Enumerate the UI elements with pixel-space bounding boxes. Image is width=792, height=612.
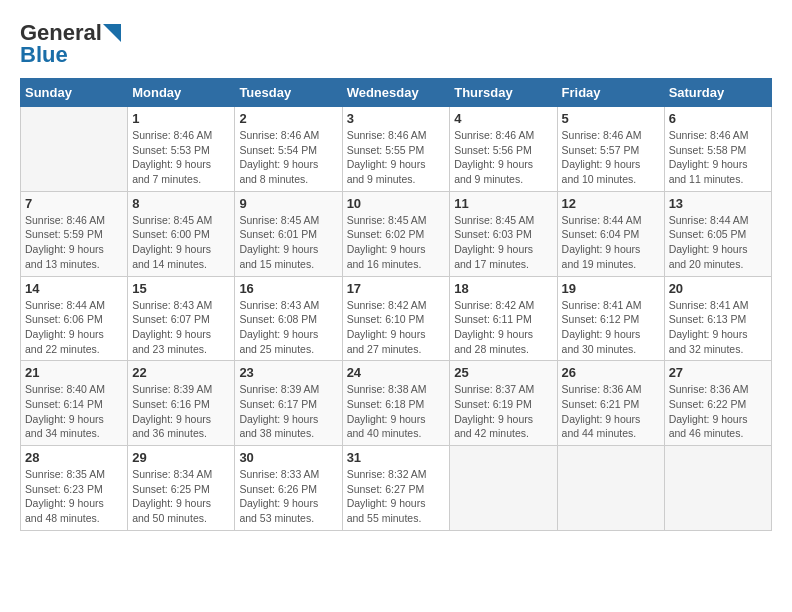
calendar-cell: 24Sunrise: 8:38 AM Sunset: 6:18 PM Dayli… — [342, 361, 450, 446]
day-number: 27 — [669, 365, 767, 380]
day-info: Sunrise: 8:46 AM Sunset: 5:58 PM Dayligh… — [669, 128, 767, 187]
day-info: Sunrise: 8:41 AM Sunset: 6:12 PM Dayligh… — [562, 298, 660, 357]
calendar-cell — [21, 107, 128, 192]
day-number: 9 — [239, 196, 337, 211]
day-number: 7 — [25, 196, 123, 211]
calendar-cell — [450, 446, 557, 531]
day-info: Sunrise: 8:36 AM Sunset: 6:22 PM Dayligh… — [669, 382, 767, 441]
calendar-cell: 27Sunrise: 8:36 AM Sunset: 6:22 PM Dayli… — [664, 361, 771, 446]
day-info: Sunrise: 8:46 AM Sunset: 5:56 PM Dayligh… — [454, 128, 552, 187]
svg-marker-0 — [103, 24, 121, 42]
day-number: 23 — [239, 365, 337, 380]
day-number: 2 — [239, 111, 337, 126]
calendar-week-row: 1Sunrise: 8:46 AM Sunset: 5:53 PM Daylig… — [21, 107, 772, 192]
calendar-cell: 19Sunrise: 8:41 AM Sunset: 6:12 PM Dayli… — [557, 276, 664, 361]
day-number: 20 — [669, 281, 767, 296]
day-info: Sunrise: 8:46 AM Sunset: 5:59 PM Dayligh… — [25, 213, 123, 272]
calendar-cell: 31Sunrise: 8:32 AM Sunset: 6:27 PM Dayli… — [342, 446, 450, 531]
day-info: Sunrise: 8:45 AM Sunset: 6:02 PM Dayligh… — [347, 213, 446, 272]
day-info: Sunrise: 8:46 AM Sunset: 5:54 PM Dayligh… — [239, 128, 337, 187]
logo: General Blue — [20, 20, 121, 68]
day-info: Sunrise: 8:43 AM Sunset: 6:07 PM Dayligh… — [132, 298, 230, 357]
day-info: Sunrise: 8:42 AM Sunset: 6:11 PM Dayligh… — [454, 298, 552, 357]
day-number: 19 — [562, 281, 660, 296]
calendar-header-friday: Friday — [557, 79, 664, 107]
day-number: 4 — [454, 111, 552, 126]
day-info: Sunrise: 8:44 AM Sunset: 6:04 PM Dayligh… — [562, 213, 660, 272]
calendar-cell: 5Sunrise: 8:46 AM Sunset: 5:57 PM Daylig… — [557, 107, 664, 192]
calendar-cell: 13Sunrise: 8:44 AM Sunset: 6:05 PM Dayli… — [664, 191, 771, 276]
day-info: Sunrise: 8:32 AM Sunset: 6:27 PM Dayligh… — [347, 467, 446, 526]
calendar-cell: 14Sunrise: 8:44 AM Sunset: 6:06 PM Dayli… — [21, 276, 128, 361]
day-info: Sunrise: 8:45 AM Sunset: 6:01 PM Dayligh… — [239, 213, 337, 272]
day-number: 3 — [347, 111, 446, 126]
page-header: General Blue — [20, 20, 772, 68]
logo-icon — [103, 24, 121, 42]
calendar-cell: 20Sunrise: 8:41 AM Sunset: 6:13 PM Dayli… — [664, 276, 771, 361]
day-info: Sunrise: 8:36 AM Sunset: 6:21 PM Dayligh… — [562, 382, 660, 441]
calendar-cell: 18Sunrise: 8:42 AM Sunset: 6:11 PM Dayli… — [450, 276, 557, 361]
day-number: 18 — [454, 281, 552, 296]
day-number: 10 — [347, 196, 446, 211]
day-number: 14 — [25, 281, 123, 296]
day-number: 11 — [454, 196, 552, 211]
calendar-cell: 16Sunrise: 8:43 AM Sunset: 6:08 PM Dayli… — [235, 276, 342, 361]
day-number: 24 — [347, 365, 446, 380]
calendar-cell — [664, 446, 771, 531]
day-info: Sunrise: 8:40 AM Sunset: 6:14 PM Dayligh… — [25, 382, 123, 441]
calendar-cell: 4Sunrise: 8:46 AM Sunset: 5:56 PM Daylig… — [450, 107, 557, 192]
day-info: Sunrise: 8:46 AM Sunset: 5:57 PM Dayligh… — [562, 128, 660, 187]
day-number: 6 — [669, 111, 767, 126]
day-info: Sunrise: 8:43 AM Sunset: 6:08 PM Dayligh… — [239, 298, 337, 357]
calendar-week-row: 21Sunrise: 8:40 AM Sunset: 6:14 PM Dayli… — [21, 361, 772, 446]
logo-blue: Blue — [20, 42, 68, 68]
calendar-cell: 26Sunrise: 8:36 AM Sunset: 6:21 PM Dayli… — [557, 361, 664, 446]
calendar-header-thursday: Thursday — [450, 79, 557, 107]
day-info: Sunrise: 8:45 AM Sunset: 6:00 PM Dayligh… — [132, 213, 230, 272]
day-info: Sunrise: 8:42 AM Sunset: 6:10 PM Dayligh… — [347, 298, 446, 357]
day-number: 15 — [132, 281, 230, 296]
day-info: Sunrise: 8:37 AM Sunset: 6:19 PM Dayligh… — [454, 382, 552, 441]
day-number: 26 — [562, 365, 660, 380]
day-number: 1 — [132, 111, 230, 126]
calendar-cell: 12Sunrise: 8:44 AM Sunset: 6:04 PM Dayli… — [557, 191, 664, 276]
calendar-cell: 3Sunrise: 8:46 AM Sunset: 5:55 PM Daylig… — [342, 107, 450, 192]
calendar-header-wednesday: Wednesday — [342, 79, 450, 107]
day-info: Sunrise: 8:33 AM Sunset: 6:26 PM Dayligh… — [239, 467, 337, 526]
calendar-cell: 15Sunrise: 8:43 AM Sunset: 6:07 PM Dayli… — [128, 276, 235, 361]
calendar-cell: 6Sunrise: 8:46 AM Sunset: 5:58 PM Daylig… — [664, 107, 771, 192]
day-number: 13 — [669, 196, 767, 211]
day-info: Sunrise: 8:46 AM Sunset: 5:55 PM Dayligh… — [347, 128, 446, 187]
calendar-cell: 23Sunrise: 8:39 AM Sunset: 6:17 PM Dayli… — [235, 361, 342, 446]
calendar-cell: 7Sunrise: 8:46 AM Sunset: 5:59 PM Daylig… — [21, 191, 128, 276]
calendar-header-row: SundayMondayTuesdayWednesdayThursdayFrid… — [21, 79, 772, 107]
calendar-cell: 28Sunrise: 8:35 AM Sunset: 6:23 PM Dayli… — [21, 446, 128, 531]
calendar-week-row: 28Sunrise: 8:35 AM Sunset: 6:23 PM Dayli… — [21, 446, 772, 531]
day-number: 12 — [562, 196, 660, 211]
day-info: Sunrise: 8:39 AM Sunset: 6:17 PM Dayligh… — [239, 382, 337, 441]
calendar-cell: 11Sunrise: 8:45 AM Sunset: 6:03 PM Dayli… — [450, 191, 557, 276]
calendar-week-row: 14Sunrise: 8:44 AM Sunset: 6:06 PM Dayli… — [21, 276, 772, 361]
day-info: Sunrise: 8:35 AM Sunset: 6:23 PM Dayligh… — [25, 467, 123, 526]
calendar-header-tuesday: Tuesday — [235, 79, 342, 107]
day-number: 16 — [239, 281, 337, 296]
day-info: Sunrise: 8:45 AM Sunset: 6:03 PM Dayligh… — [454, 213, 552, 272]
day-number: 17 — [347, 281, 446, 296]
calendar-header-monday: Monday — [128, 79, 235, 107]
calendar-cell: 17Sunrise: 8:42 AM Sunset: 6:10 PM Dayli… — [342, 276, 450, 361]
day-info: Sunrise: 8:41 AM Sunset: 6:13 PM Dayligh… — [669, 298, 767, 357]
calendar-cell: 25Sunrise: 8:37 AM Sunset: 6:19 PM Dayli… — [450, 361, 557, 446]
calendar-cell: 10Sunrise: 8:45 AM Sunset: 6:02 PM Dayli… — [342, 191, 450, 276]
calendar-cell: 9Sunrise: 8:45 AM Sunset: 6:01 PM Daylig… — [235, 191, 342, 276]
calendar-cell — [557, 446, 664, 531]
day-info: Sunrise: 8:38 AM Sunset: 6:18 PM Dayligh… — [347, 382, 446, 441]
calendar-table: SundayMondayTuesdayWednesdayThursdayFrid… — [20, 78, 772, 531]
day-number: 28 — [25, 450, 123, 465]
day-number: 25 — [454, 365, 552, 380]
calendar-header-saturday: Saturday — [664, 79, 771, 107]
calendar-cell: 21Sunrise: 8:40 AM Sunset: 6:14 PM Dayli… — [21, 361, 128, 446]
calendar-cell: 8Sunrise: 8:45 AM Sunset: 6:00 PM Daylig… — [128, 191, 235, 276]
day-info: Sunrise: 8:46 AM Sunset: 5:53 PM Dayligh… — [132, 128, 230, 187]
day-number: 22 — [132, 365, 230, 380]
day-info: Sunrise: 8:34 AM Sunset: 6:25 PM Dayligh… — [132, 467, 230, 526]
